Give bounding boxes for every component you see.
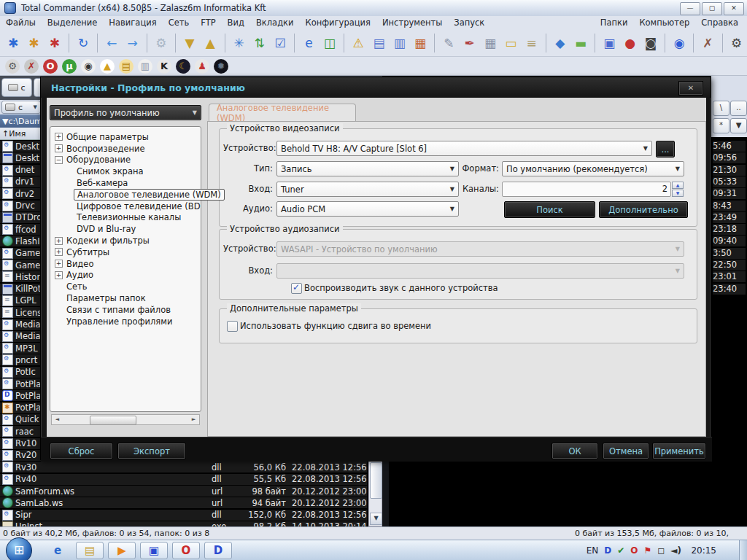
tree-item-Связи с типами файлов[interactable]: Связи с типами файлов <box>50 304 201 316</box>
tree-hscrollbar[interactable]: ◄ ► <box>51 414 200 425</box>
tree-item-Общие параметры[interactable]: +Общие параметры <box>50 131 201 143</box>
export-button[interactable]: Экспорт <box>117 443 186 459</box>
parent-dir-button[interactable]: .. <box>730 101 747 116</box>
spin-down-icon[interactable]: ▼ <box>672 190 684 197</box>
menu-item-Справка[interactable]: Справка <box>695 18 744 28</box>
menu-item-Выделение[interactable]: Выделение <box>42 18 104 28</box>
favorites-button[interactable]: * <box>713 118 729 133</box>
ok-button[interactable]: ОК <box>551 443 598 459</box>
alien-icon[interactable]: ◉ <box>80 58 96 74</box>
sync-disabled-icon[interactable]: ⚙ <box>152 34 170 52</box>
spin-up-icon[interactable]: ▲ <box>672 182 684 189</box>
doc-preview-icon[interactable]: ▤ <box>370 34 387 52</box>
file-row[interactable]: SamForum.wsurl98 байт20.12.2012 23:00 <box>0 486 367 497</box>
tree-item-Видео[interactable]: +Видео <box>50 258 201 270</box>
internet-explorer-task[interactable]: e <box>44 542 71 559</box>
volume-icon[interactable]: ◄) <box>670 545 681 556</box>
pack-icon[interactable]: ▼ <box>181 34 198 52</box>
compare-icon[interactable]: ✳ <box>231 34 248 52</box>
menu-item-Инструменты[interactable]: Инструменты <box>376 18 448 28</box>
menu-item-Вкладки[interactable]: Вкладки <box>250 18 300 28</box>
expand-plus-icon[interactable]: + <box>55 248 63 256</box>
expand-plus-icon[interactable]: + <box>55 271 63 279</box>
doc-warning-icon[interactable]: ⚠ <box>349 34 367 52</box>
file-row[interactable]: SamLab.wsurl94 байт20.12.2012 23:00 <box>0 497 367 509</box>
potplayer-logo-icon[interactable]: ▲ <box>99 58 115 74</box>
cancel-button[interactable]: Отмена <box>603 443 649 459</box>
color-grid-icon[interactable]: ▦ <box>411 34 429 52</box>
action-center-icon[interactable]: ⚑ <box>644 545 652 556</box>
show-desktop-button[interactable] <box>739 540 747 560</box>
cd-remove-icon[interactable]: ● <box>622 34 639 52</box>
profile-combo[interactable]: Профиль по умолчанию <box>50 105 201 120</box>
search-button[interactable]: Поиск <box>504 201 595 218</box>
menu-item-Компьютер[interactable]: Компьютер <box>633 18 695 28</box>
menu-item-Вид[interactable]: Вид <box>222 18 250 28</box>
tree-item-DVD и Blu-ray[interactable]: DVD и Blu-ray <box>50 223 201 235</box>
audio-combo[interactable]: Audio PCM <box>276 201 459 217</box>
expand-plus-icon[interactable]: + <box>55 144 63 152</box>
root-dir-button[interactable]: \ <box>713 101 729 116</box>
menu-item-Сеть[interactable]: Сеть <box>163 18 196 28</box>
minimize-button[interactable]: — <box>680 2 700 15</box>
maximize-button[interactable]: ▢ <box>702 2 722 15</box>
tree-item-Сеть[interactable]: Сеть <box>50 281 201 292</box>
calculator-icon[interactable]: ▦ <box>481 34 499 52</box>
menu-item-Конфигурация[interactable]: Конфигурация <box>300 18 376 28</box>
image-viewer-icon[interactable]: ▣ <box>600 34 618 52</box>
scroll-down-arrow-icon[interactable]: ▼ <box>370 513 382 525</box>
expand-plus-icon[interactable]: + <box>55 237 63 245</box>
tree-item-Воспроизведение[interactable]: +Воспроизведение <box>50 143 201 155</box>
kmplayer-icon[interactable]: K <box>156 58 172 74</box>
save-task[interactable]: ▣ <box>140 542 168 559</box>
start-button[interactable]: ⊞ <box>6 537 32 560</box>
scroll-icon[interactable]: ≡ <box>522 34 540 52</box>
play-sound-checkbox[interactable] <box>291 283 302 294</box>
file-row[interactable]: Siprdll152,0 Кб22.08.2013 12:56 <box>0 510 367 521</box>
new-note-icon[interactable]: ▭ <box>502 34 519 52</box>
advanced-button[interactable]: Дополнительно <box>599 201 688 218</box>
menu-item-Навигация[interactable]: Навигация <box>103 18 162 28</box>
internet-explorer-icon[interactable]: e <box>300 34 317 52</box>
tree-item-Оборудование[interactable]: −Оборудование <box>50 155 201 166</box>
tab-analog-tv[interactable]: Аналоговое телевидение (WDM) <box>209 104 356 122</box>
expand-plus-icon[interactable]: + <box>55 133 63 141</box>
media-player-task[interactable]: ▶ <box>108 542 136 559</box>
tree-item-Телевизионные каналы[interactable]: Телевизионные каналы <box>50 212 201 224</box>
menu-item-Файлы[interactable]: Файлы <box>0 18 42 28</box>
tree-item-Аудио[interactable]: +Аудио <box>50 270 201 281</box>
back-icon[interactable]: ← <box>103 34 120 52</box>
wizard-blue-icon[interactable]: ◆ <box>551 34 569 52</box>
doc-props-icon[interactable]: ▥ <box>391 34 409 52</box>
taskbar-clock[interactable]: 20:15 <box>691 545 716 556</box>
game-icon[interactable]: ☾ <box>175 58 191 74</box>
options-blue-icon[interactable]: ✱ <box>4 34 22 52</box>
file-row[interactable]: Rv40dll55,5 Кб22.08.2013 12:56 <box>0 474 367 486</box>
search-dark-icon[interactable]: ◙ <box>642 34 659 52</box>
tree-item-Веб-камера[interactable]: Веб-камера <box>50 177 201 189</box>
tree-item-Снимок экрана[interactable]: Снимок экрана <box>50 166 201 177</box>
tree-item-Управление профилями[interactable]: Управление профилями <box>50 316 201 327</box>
drive-combo[interactable]: c ▼ <box>1 101 41 114</box>
menu-item-FTP[interactable]: FTP <box>195 18 221 28</box>
device-browse-button[interactable]: ... <box>656 141 675 158</box>
collapse-minus-icon[interactable]: − <box>55 156 63 164</box>
file-row[interactable]: Rv30dll56,0 Кб22.08.2013 12:56 <box>0 462 367 473</box>
red-cross-icon[interactable]: ✗ <box>23 58 39 74</box>
reset-button[interactable]: Сброс <box>50 443 113 459</box>
language-indicator[interactable]: EN <box>587 545 599 556</box>
opera-icon[interactable]: O <box>42 58 58 74</box>
toolbar-gear-icon[interactable]: ⚙ <box>728 34 746 52</box>
history-dropdown-button[interactable]: ▼ <box>730 118 747 133</box>
doc-info-icon[interactable]: ▥ <box>137 58 153 74</box>
type-combo[interactable]: Запись <box>276 161 459 176</box>
sort-az-icon[interactable]: ⇅ <box>251 34 268 52</box>
format-combo[interactable]: По умолчанию (рекомендуется) <box>502 161 684 176</box>
eraser-icon[interactable]: ✗ <box>699 34 716 52</box>
folder-yellow-icon[interactable]: ▤ <box>118 58 134 74</box>
left-panel-vscrollbar[interactable]: ▼ <box>368 461 382 526</box>
menu-item-Папки[interactable]: Папки <box>595 18 634 28</box>
dialog-close-button[interactable]: ✕ <box>678 81 703 96</box>
potplayer-task[interactable]: D <box>204 542 232 559</box>
vscrollbar-thumb[interactable] <box>370 462 382 499</box>
